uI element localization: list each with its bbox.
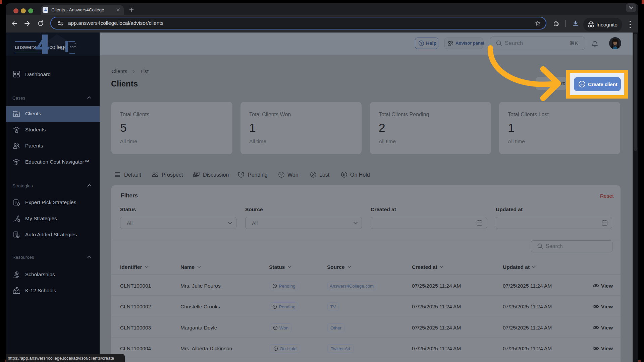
svg-text:.com: .com (69, 45, 76, 49)
svg-text:answers: answers (15, 44, 36, 50)
svg-text:?: ? (420, 41, 422, 45)
svg-text:college: college (49, 44, 67, 50)
svg-text:™: ™ (74, 43, 76, 45)
